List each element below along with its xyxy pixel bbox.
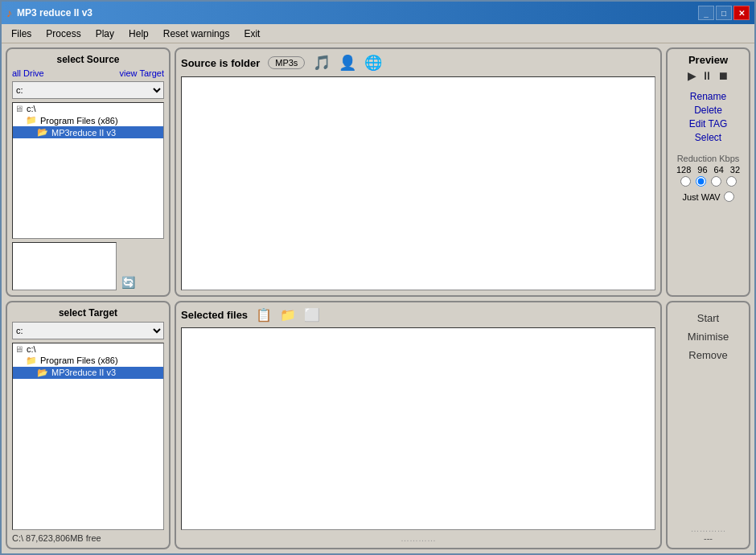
minimize-button[interactable]: _ bbox=[698, 6, 714, 20]
title-bar: ♪ MP3 reduce II v3 _ □ ✕ bbox=[2, 2, 754, 24]
menu-reset-warnings[interactable]: Reset warnings bbox=[157, 27, 236, 41]
tree-item-label: Program Files (x86) bbox=[40, 116, 118, 125]
target-drive-select[interactable]: c: bbox=[12, 322, 164, 339]
radio-32[interactable] bbox=[726, 176, 737, 187]
radio-128[interactable] bbox=[680, 176, 691, 187]
mp3s-badge[interactable]: MP3s bbox=[268, 56, 305, 69]
source-panel: select Source all Drive view Target c: 🖥… bbox=[6, 47, 171, 297]
target-tree-item-label: c:\ bbox=[27, 344, 36, 354]
target-file-tree[interactable]: 🖥 c:\ 📁 Program Files (x86) 📂 MP3reduce … bbox=[12, 343, 164, 531]
reduction-label: Reduction Kbps bbox=[677, 154, 740, 163]
rename-button[interactable]: Rename bbox=[689, 91, 728, 102]
clipboard-icon[interactable]: 📋 bbox=[256, 307, 272, 323]
target-panel: select Target c: 🖥 c:\ 📁 Program Files (… bbox=[6, 301, 171, 550]
window-title: MP3 reduce II v3 bbox=[17, 7, 92, 18]
edit-tag-button[interactable]: Edit TAG bbox=[689, 118, 728, 130]
tree-item-mp3reduce-source[interactable]: 📂 MP3reduce II v3 bbox=[13, 126, 163, 138]
source-folder-label: Source is folder bbox=[181, 57, 260, 69]
source-panel-links: all Drive view Target bbox=[12, 68, 164, 78]
folder-open-icon: 📂 bbox=[37, 127, 48, 138]
refresh-button[interactable]: 🔄 bbox=[120, 274, 136, 290]
menu-process[interactable]: Process bbox=[39, 27, 87, 41]
actions-dots: ………… bbox=[691, 524, 726, 533]
play-button[interactable]: ▶ bbox=[688, 69, 696, 82]
target-folder-open-icon: 📂 bbox=[37, 368, 48, 378]
close-button[interactable]: ✕ bbox=[733, 6, 750, 20]
source-thumb-area: 🔄 bbox=[12, 242, 164, 290]
all-drive-link[interactable]: all Drive bbox=[12, 68, 44, 78]
just-wav-label: Just WAV bbox=[682, 192, 720, 202]
folder-icon: 📁 bbox=[26, 115, 37, 125]
radio-64[interactable] bbox=[711, 176, 721, 187]
radio-96[interactable] bbox=[696, 176, 706, 187]
tree-item-program-files[interactable]: 📁 Program Files (x86) bbox=[13, 114, 163, 126]
tree-item-label: MP3reduce II v3 bbox=[51, 128, 116, 138]
source-file-list[interactable] bbox=[181, 76, 655, 290]
preview-title: Preview bbox=[688, 54, 728, 66]
target-panel-title: select Target bbox=[12, 307, 164, 319]
target-tree-item-drive-c[interactable]: 🖥 c:\ bbox=[13, 343, 163, 355]
person-icon[interactable]: 👤 bbox=[339, 54, 356, 72]
just-wav-row: Just WAV bbox=[682, 191, 733, 202]
start-button[interactable]: Start bbox=[697, 312, 719, 324]
selected-files-list[interactable] bbox=[181, 327, 655, 531]
kbps-64: 64 bbox=[714, 165, 724, 175]
kbps-96: 96 bbox=[697, 165, 707, 175]
menu-bar: Files Process Play Help Reset warnings E… bbox=[2, 24, 754, 43]
globe-icon[interactable]: 🌐 bbox=[364, 54, 382, 72]
menu-exit[interactable]: Exit bbox=[237, 27, 266, 41]
source-drive-select[interactable]: c: bbox=[12, 81, 164, 99]
menu-play[interactable]: Play bbox=[89, 27, 121, 41]
selected-files-status: ………… bbox=[181, 533, 655, 543]
view-target-link[interactable]: view Target bbox=[120, 68, 164, 78]
pause-button[interactable]: ⏸ bbox=[701, 69, 713, 82]
actions-dash: --- bbox=[691, 533, 726, 543]
title-icon: ♪ bbox=[6, 6, 12, 19]
maximize-button[interactable]: □ bbox=[716, 6, 732, 20]
source-file-tree[interactable]: 🖥 c:\ 📁 Program Files (x86) 📂 MP3reduce … bbox=[12, 102, 164, 239]
source-thumbnail bbox=[12, 242, 117, 290]
rectangle-icon[interactable]: ⬜ bbox=[304, 307, 320, 323]
target-tree-item-mp3reduce[interactable]: 📂 MP3reduce II v3 bbox=[13, 367, 163, 379]
target-drive-icon: 🖥 bbox=[14, 344, 23, 354]
preview-panel: Preview ▶ ⏸ ⏹ Rename Delete Edit TAG Sel… bbox=[666, 47, 750, 297]
target-tree-item-program-files[interactable]: 📁 Program Files (x86) bbox=[13, 355, 163, 367]
selected-files-title: Selected files bbox=[181, 309, 248, 321]
selected-files-panel: Selected files 📋 📁 ⬜ ………… bbox=[175, 301, 662, 550]
window: ♪ MP3 reduce II v3 _ □ ✕ Files Process P… bbox=[0, 0, 756, 555]
menu-help[interactable]: Help bbox=[122, 27, 155, 41]
target-tree-item-label: MP3reduce II v3 bbox=[51, 368, 116, 377]
source-panel-title: select Source bbox=[12, 54, 164, 65]
source-main-panel: Source is folder MP3s 🎵 👤 🌐 bbox=[175, 47, 662, 297]
music-icon[interactable]: 🎵 bbox=[313, 54, 331, 72]
target-tree-item-label: Program Files (x86) bbox=[40, 356, 118, 365]
menu-files[interactable]: Files bbox=[5, 27, 38, 41]
just-wav-radio[interactable] bbox=[724, 191, 734, 202]
minimise-button[interactable]: Minimise bbox=[688, 331, 729, 343]
kbps-128: 128 bbox=[676, 165, 691, 175]
select-button[interactable]: Select bbox=[689, 132, 728, 143]
open-folder-icon[interactable]: 📁 bbox=[280, 307, 296, 323]
kbps-32: 32 bbox=[730, 165, 740, 175]
remove-button[interactable]: Remove bbox=[688, 349, 727, 361]
drive-icon: 🖥 bbox=[14, 104, 23, 113]
tree-item-drive-c[interactable]: 🖥 c:\ bbox=[13, 103, 163, 114]
actions-panel: Start Minimise Remove ………… --- bbox=[666, 301, 750, 550]
stop-button[interactable]: ⏹ bbox=[717, 69, 729, 82]
reduction-values: 128 96 64 32 bbox=[676, 165, 740, 175]
reduction-radios bbox=[680, 176, 737, 187]
target-folder-icon: 📁 bbox=[26, 356, 37, 366]
target-status: C:\ 87,623,806MB free bbox=[12, 533, 164, 543]
tree-item-label: c:\ bbox=[27, 104, 36, 113]
delete-button[interactable]: Delete bbox=[689, 105, 728, 116]
